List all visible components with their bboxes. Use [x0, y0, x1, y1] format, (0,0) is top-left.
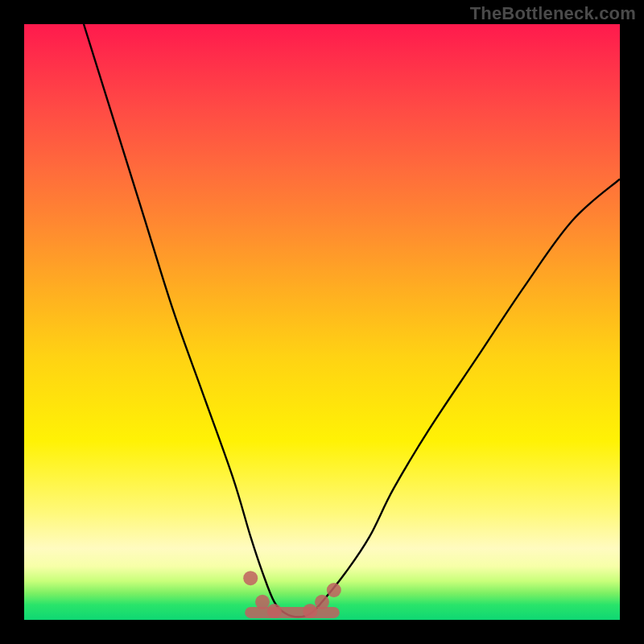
curve-layer — [24, 24, 620, 620]
curve-path — [84, 24, 620, 617]
curve-marker — [243, 571, 258, 585]
marker-group — [243, 571, 341, 618]
bottleneck-curve — [84, 24, 620, 617]
curve-marker — [327, 583, 341, 597]
curve-marker — [315, 595, 329, 609]
plot-area — [24, 24, 620, 620]
curve-marker — [255, 595, 270, 609]
curve-marker — [303, 604, 317, 618]
curve-marker — [267, 604, 282, 618]
chart-frame: TheBottleneck.com — [0, 0, 644, 644]
attribution-text: TheBottleneck.com — [470, 3, 636, 24]
